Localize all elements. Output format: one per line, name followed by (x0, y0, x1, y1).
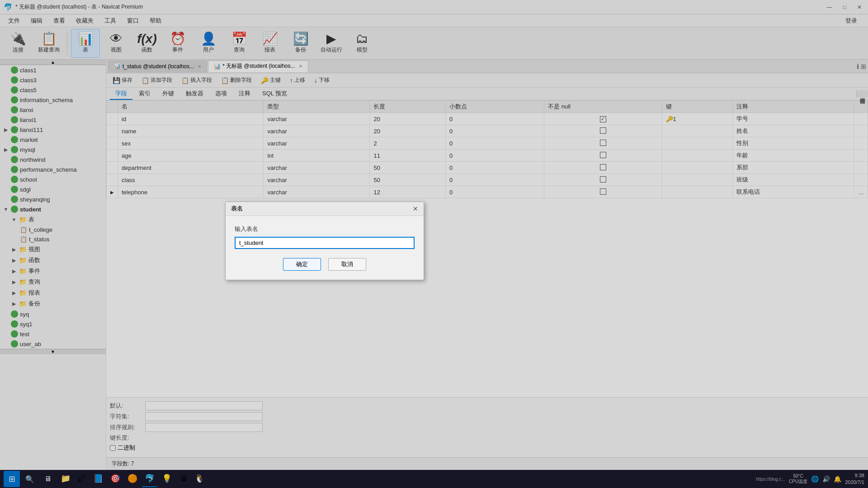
table-name-dialog: 表名 ✕ 输入表名 确定 取消 (225, 202, 424, 280)
dialog-close-button[interactable]: ✕ (413, 205, 418, 212)
dialog-input-label: 输入表名 (235, 225, 415, 233)
dialog-buttons: 确定 取消 (235, 258, 415, 271)
table-name-input[interactable] (235, 237, 415, 249)
dialog-title-bar: 表名 ✕ (226, 202, 424, 216)
dialog-cancel-button[interactable]: 取消 (328, 258, 366, 271)
dialog-confirm-button[interactable]: 确定 (283, 258, 321, 271)
dialog-overlay: 表名 ✕ 输入表名 确定 取消 (0, 0, 868, 488)
dialog-body: 输入表名 确定 取消 (226, 216, 424, 280)
dialog-title: 表名 (231, 205, 243, 213)
